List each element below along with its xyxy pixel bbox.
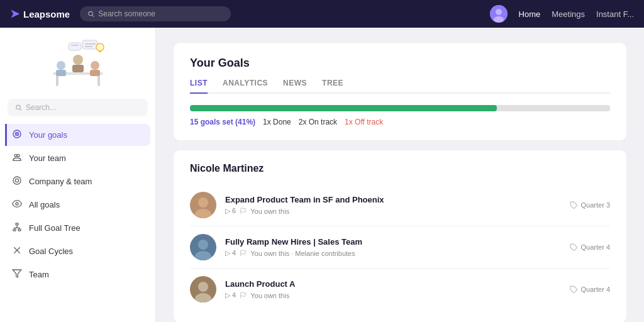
quarter-label: Quarter 4	[581, 243, 610, 251]
svg-point-3	[496, 9, 502, 15]
svg-rect-19	[99, 50, 101, 52]
svg-rect-15	[82, 40, 97, 49]
goal-count: ▷ 4	[225, 249, 236, 257]
user-avatar-icon	[490, 5, 508, 23]
nav-home[interactable]: Home	[519, 9, 541, 19]
svg-rect-33	[16, 223, 18, 225]
flag-icon	[240, 208, 247, 214]
svg-point-29	[17, 154, 19, 157]
stat-on-track: 2x On track	[299, 118, 337, 126]
sidebar-item-label: All goals	[29, 200, 60, 209]
svg-rect-6	[56, 75, 58, 86]
all-goals-icon	[11, 199, 23, 211]
svg-rect-9	[56, 70, 66, 76]
sidebar-item-team[interactable]: Team	[5, 264, 150, 286]
goal-meta: ▷ 6 You own this	[225, 207, 561, 215]
svg-point-8	[57, 61, 65, 70]
goals-tabs: LIST ANALYTICS NEWS TREE	[190, 79, 610, 94]
logo-text: Leapsome	[23, 9, 70, 19]
svg-point-18	[96, 43, 104, 51]
full-goal-tree-icon	[11, 222, 23, 234]
svg-rect-34	[13, 229, 16, 231]
goal-count: ▷ 6	[225, 207, 236, 215]
svg-rect-13	[72, 65, 84, 72]
avatar	[190, 234, 216, 260]
svg-point-49	[198, 240, 208, 250]
svg-point-23	[16, 105, 20, 109]
tag-icon	[570, 201, 578, 209]
svg-point-10	[91, 61, 99, 70]
your-team-icon	[11, 152, 23, 164]
svg-rect-7	[97, 75, 100, 86]
sidebar-item-company-team[interactable]: Company & team	[5, 170, 150, 192]
goal-title: Expand Product Team in SF and Phoenix	[225, 195, 561, 204]
quarter-label: Quarter 4	[581, 286, 610, 293]
nav-instant-feedback[interactable]: Instant F...	[596, 9, 634, 19]
sidebar: Your goals Your team Company & team	[0, 28, 156, 322]
logo[interactable]: ➤ Leapsome	[10, 7, 70, 21]
goal-info: Fully Ramp New Hires | Sales Team ▷ 4 Yo…	[225, 237, 561, 257]
sidebar-search-input[interactable]	[26, 103, 140, 112]
svg-point-12	[73, 55, 83, 65]
svg-marker-42	[13, 270, 21, 277]
sidebar-item-label: Team	[29, 270, 49, 279]
avatar	[190, 276, 216, 303]
your-goals-card: Your Goals LIST ANALYTICS NEWS TREE 15 g…	[174, 43, 626, 140]
nav-meetings[interactable]: Meetings	[552, 9, 585, 19]
sidebar-item-goal-cycles[interactable]: Goal Cycles	[5, 240, 150, 262]
search-input[interactable]	[98, 9, 223, 18]
top-nav: ➤ Leapsome Home Meetings Instant F...	[0, 0, 644, 28]
avatar-icon	[190, 234, 216, 260]
page-title: Your Goals	[190, 57, 610, 70]
avatar-icon	[190, 192, 216, 218]
sidebar-item-full-goal-tree[interactable]: Full Goal Tree	[5, 217, 150, 239]
tab-news[interactable]: NEWS	[283, 79, 307, 94]
goal-quarter: Quarter 4	[570, 243, 610, 252]
goal-info: Expand Product Team in SF and Phoenix ▷ …	[225, 195, 561, 215]
sidebar-item-your-team[interactable]: Your team	[5, 147, 150, 169]
svg-point-32	[16, 203, 18, 205]
person-name: Nicole Martinez	[190, 163, 610, 174]
sidebar-search-bar[interactable]	[8, 99, 148, 116]
svg-point-0	[89, 11, 92, 15]
sidebar-item-label: Company & team	[29, 177, 92, 186]
goal-info: Launch Product A ▷ 4 You own this	[225, 279, 561, 299]
main-content: Your Goals LIST ANALYTICS NEWS TREE 15 g…	[156, 28, 644, 322]
tag-icon	[570, 243, 578, 252]
svg-line-24	[20, 109, 22, 111]
sidebar-item-your-goals[interactable]: Your goals	[5, 124, 150, 146]
tab-tree[interactable]: TREE	[322, 79, 343, 94]
goal-meta: ▷ 4 You own this · Melanie contributes	[225, 249, 561, 257]
company-team-icon	[11, 175, 23, 187]
flag-icon	[240, 250, 247, 257]
goal-meta: ▷ 4 You own this	[225, 291, 561, 299]
sidebar-item-all-goals[interactable]: All goals	[5, 194, 150, 216]
sidebar-nav: Your goals Your team Company & team	[0, 124, 155, 286]
sidebar-item-label: Goal Cycles	[29, 247, 73, 256]
stat-done: 1x Done	[263, 118, 291, 126]
svg-rect-14	[69, 43, 81, 50]
goal-ownership: You own this	[250, 208, 289, 215]
svg-point-31	[15, 179, 18, 182]
goal-title: Launch Product A	[225, 279, 561, 289]
goal-item[interactable]: Launch Product A ▷ 4 You own this Quarte…	[190, 269, 610, 310]
nav-right: Home Meetings Instant F...	[490, 5, 634, 23]
search-bar[interactable]	[80, 6, 231, 21]
sidebar-illustration	[0, 28, 155, 96]
goal-count: ▷ 4	[225, 291, 236, 299]
tab-list[interactable]: LIST	[190, 79, 208, 94]
progress-bar-container	[190, 105, 610, 111]
tab-analytics[interactable]: ANALYTICS	[223, 79, 268, 94]
tag-icon	[570, 286, 578, 294]
svg-line-1	[92, 15, 94, 17]
goal-quarter: Quarter 3	[570, 201, 610, 209]
goal-item[interactable]: Fully Ramp New Hires | Sales Team ▷ 4 Yo…	[190, 226, 610, 269]
svg-rect-11	[90, 70, 100, 76]
quarter-label: Quarter 3	[581, 201, 610, 209]
avatar[interactable]	[490, 5, 508, 23]
svg-point-30	[13, 177, 21, 184]
person-goals-card: Nicole Martinez Expand Product Team in S…	[174, 150, 626, 322]
goal-item[interactable]: Expand Product Team in SF and Phoenix ▷ …	[190, 184, 610, 226]
sidebar-item-label: Your goals	[29, 130, 67, 140]
progress-bar-fill	[190, 105, 497, 111]
